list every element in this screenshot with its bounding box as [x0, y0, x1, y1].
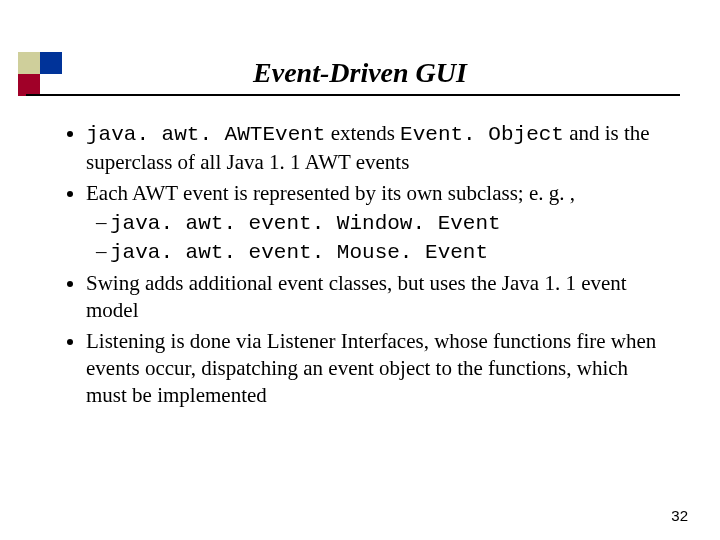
sub-bullet-list: java. awt. event. Window. Event java. aw… — [86, 209, 664, 267]
bullet-3: Swing adds additional event classes, but… — [86, 270, 664, 324]
code-text: java. awt. event. Window. Event — [110, 212, 501, 235]
body-text: Swing adds additional event classes, but… — [86, 271, 627, 322]
bullet-2: Each AWT event is represented by its own… — [86, 180, 664, 267]
code-text: java. awt. event. Mouse. Event — [110, 241, 488, 264]
sub-bullet-2: java. awt. event. Mouse. Event — [110, 238, 664, 267]
bullet-4: Listening is done via Listener Interface… — [86, 328, 664, 409]
bullet-1: java. awt. AWTEvent extends Event. Objec… — [86, 120, 664, 176]
slide-body: java. awt. AWTEvent extends Event. Objec… — [60, 120, 664, 413]
title-underline — [26, 94, 680, 96]
bullet-list: java. awt. AWTEvent extends Event. Objec… — [60, 120, 664, 409]
slide-title: Event-Driven GUI — [253, 56, 467, 90]
page-number: 32 — [671, 507, 688, 524]
code-text: Event. Object — [400, 123, 564, 146]
body-text: Listening is done via Listener Interface… — [86, 329, 656, 407]
title-wrap: Event-Driven GUI — [0, 56, 720, 90]
body-text: Each AWT event is represented by its own… — [86, 181, 575, 205]
body-text: extends — [325, 121, 400, 145]
code-text: java. awt. AWTEvent — [86, 123, 325, 146]
sub-bullet-1: java. awt. event. Window. Event — [110, 209, 664, 238]
